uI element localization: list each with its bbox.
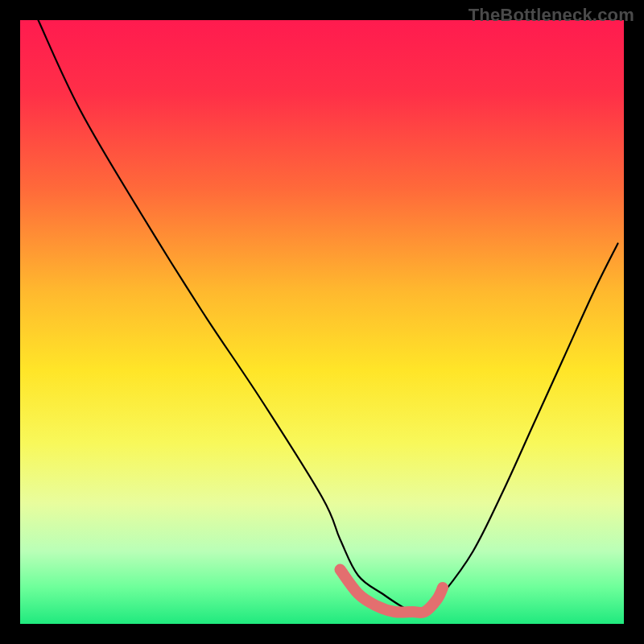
watermark-text: TheBottleneck.com	[469, 5, 634, 26]
plot-background	[20, 20, 624, 624]
chart-stage: TheBottleneck.com	[0, 0, 644, 644]
bottleneck-chart	[0, 0, 644, 644]
